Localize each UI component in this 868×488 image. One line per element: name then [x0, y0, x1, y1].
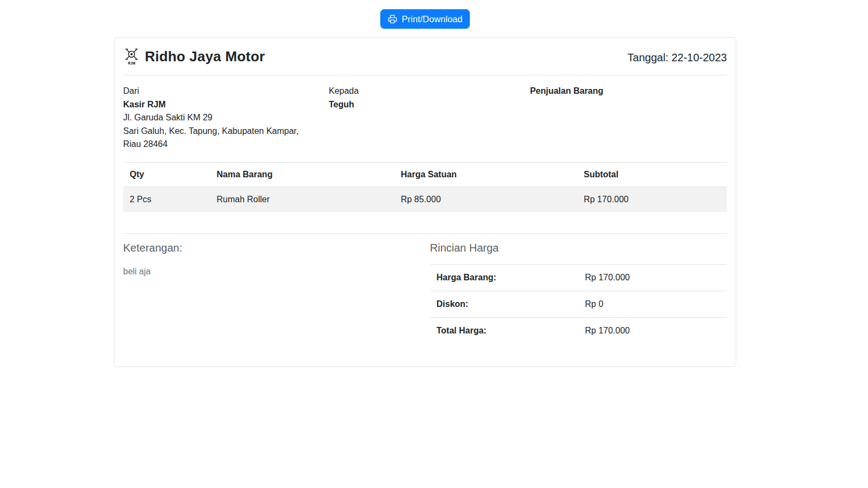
summary-title: Rincian Harga	[430, 242, 727, 254]
summary-value: Rp 170.000	[578, 317, 727, 344]
transaction-type-label: Penjualan Barang	[530, 85, 727, 98]
col-header-harga-satuan: Harga Satuan	[394, 162, 577, 187]
notes-title: Keterangan:	[123, 242, 425, 254]
summary-label: Harga Barang:	[430, 264, 579, 291]
to-label: Kepada	[329, 85, 526, 98]
notes-text: beli aja	[123, 267, 425, 277]
item-unit-price: Rp 85.000	[394, 187, 577, 212]
print-download-button[interactable]: Print/Download	[380, 9, 470, 29]
party-to: Kepada Teguh	[324, 85, 526, 151]
invoice-header: RJM Ridho Jaya Motor Tanggal: 22-10-2023	[123, 48, 727, 65]
notes-section: Keterangan: beli aja	[123, 234, 425, 344]
brand: RJM Ridho Jaya Motor	[123, 48, 265, 65]
summary-value: Rp 170.000	[578, 264, 727, 291]
summary-label: Total Harga:	[430, 317, 579, 344]
invoice-date: Tanggal: 22-10-2023	[628, 48, 727, 64]
col-header-subtotal: Subtotal	[577, 162, 727, 187]
summary-value: Rp 0	[578, 291, 727, 317]
summary-row-total-harga: Total Harga: Rp 170.000	[430, 317, 727, 344]
toolbar: Print/Download	[0, 0, 850, 29]
company-name: Ridho Jaya Motor	[145, 48, 265, 65]
from-label: Dari	[123, 85, 324, 98]
col-header-nama-barang: Nama Barang	[210, 162, 394, 187]
party-from: Dari Kasir RJM Jl. Garuda Sakti KM 29 Sa…	[123, 85, 324, 151]
items-table-header-row: Qty Nama Barang Harga Satuan Subtotal	[123, 162, 727, 187]
item-subtotal: Rp 170.000	[577, 187, 727, 212]
price-summary-section: Rincian Harga Harga Barang: Rp 170.000 D…	[425, 234, 727, 344]
from-address-line1: Jl. Garuda Sakti KM 29	[123, 111, 318, 125]
logo-text: RJM	[128, 61, 136, 65]
summary-row-harga-barang: Harga Barang: Rp 170.000	[430, 264, 727, 291]
printer-icon	[388, 15, 397, 24]
from-address-line2: Sari Galuh, Kec. Tapung, Kabupaten Kampa…	[123, 125, 318, 151]
summary-row-diskon: Diskon: Rp 0	[430, 291, 727, 317]
summary-label: Diskon:	[430, 291, 579, 317]
rjm-emblem-icon: RJM	[124, 48, 139, 65]
to-name: Teguh	[329, 98, 526, 112]
transaction-type: Penjualan Barang	[526, 85, 727, 151]
col-header-qty: Qty	[123, 162, 210, 187]
bottom-section: Keterangan: beli aja Rincian Harga Harga…	[123, 234, 727, 344]
from-name: Kasir RJM	[123, 98, 324, 112]
item-name: Rumah Roller	[210, 187, 394, 212]
item-qty: 2 Pcs	[123, 187, 210, 212]
print-download-label: Print/Download	[402, 14, 463, 24]
parties-row: Dari Kasir RJM Jl. Garuda Sakti KM 29 Sa…	[123, 85, 727, 151]
summary-table: Harga Barang: Rp 170.000 Diskon: Rp 0 To…	[430, 264, 727, 344]
header-divider	[123, 75, 727, 75]
table-row: 2 Pcs Rumah Roller Rp 85.000 Rp 170.000	[123, 187, 727, 212]
invoice-card: RJM Ridho Jaya Motor Tanggal: 22-10-2023…	[114, 37, 736, 367]
items-table: Qty Nama Barang Harga Satuan Subtotal 2 …	[123, 162, 727, 212]
